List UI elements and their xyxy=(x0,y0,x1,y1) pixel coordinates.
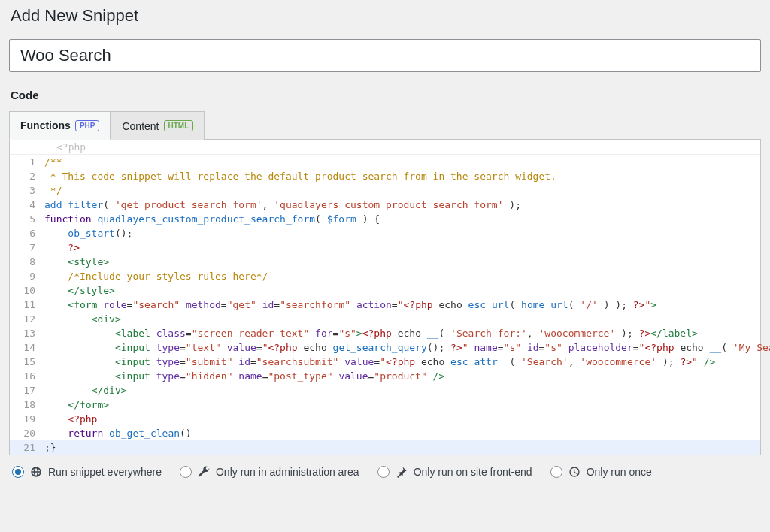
scope-option[interactable]: Only run once xyxy=(550,466,652,478)
tab-badge: HTML xyxy=(164,120,194,131)
line-number: 21 xyxy=(10,440,41,455)
line-number: 20 xyxy=(10,426,41,440)
code-cell[interactable]: </form> xyxy=(41,397,109,412)
code-cell[interactable]: </style> xyxy=(41,283,115,298)
code-cell[interactable]: <input type="hidden" name="post_type" va… xyxy=(41,369,444,383)
tab-badge: PHP xyxy=(75,120,100,131)
code-line[interactable]: 17 </div> xyxy=(10,383,760,397)
code-line[interactable]: 20 return ob_get_clean() xyxy=(10,426,760,440)
pin-icon xyxy=(396,466,408,478)
code-line[interactable]: 5function quadlayers_custom_product_sear… xyxy=(10,212,760,226)
code-cell[interactable]: ob_start(); xyxy=(41,226,132,240)
line-number: 18 xyxy=(10,397,41,412)
scope-options: Run snippet everywhereOnly run in admini… xyxy=(9,455,761,485)
tab-label: Functions xyxy=(20,119,71,131)
scope-label: Run snippet everywhere xyxy=(48,466,162,478)
code-line[interactable]: 14 <input type="text" value="<?php echo … xyxy=(10,340,760,355)
scope-label: Only run once xyxy=(587,466,652,478)
code-line[interactable]: 16 <input type="hidden" name="post_type"… xyxy=(10,369,760,383)
code-line[interactable]: 10 </style> xyxy=(10,283,760,298)
editor-preamble: <?php xyxy=(10,140,760,155)
tab-functions[interactable]: FunctionsPHP xyxy=(9,111,111,140)
code-cell[interactable]: <?php xyxy=(41,412,97,426)
line-number: 14 xyxy=(10,340,41,355)
line-number: 10 xyxy=(10,283,41,298)
tab-label: Content xyxy=(122,120,159,132)
line-number: 9 xyxy=(10,269,41,283)
code-cell[interactable]: <style> xyxy=(41,255,109,269)
code-cell[interactable]: ;} xyxy=(41,440,56,455)
scope-label: Only run in administration area xyxy=(216,466,359,478)
code-line[interactable]: 13 <label class="screen-reader-text" for… xyxy=(10,326,760,340)
code-line[interactable]: 7 ?> xyxy=(10,240,760,255)
code-line[interactable]: 2 * This code snippet will replace the d… xyxy=(10,169,760,183)
line-number: 16 xyxy=(10,369,41,383)
code-line[interactable]: 19 <?php xyxy=(10,412,760,426)
clock-icon xyxy=(568,466,581,478)
code-line[interactable]: 12 <div> xyxy=(10,312,760,326)
code-cell[interactable]: <form role="search" method="get" id="sea… xyxy=(41,298,656,312)
code-line[interactable]: 1/** xyxy=(10,155,760,169)
line-number: 8 xyxy=(10,255,41,269)
code-cell[interactable]: return ob_get_clean() xyxy=(41,426,192,440)
code-section-label: Code xyxy=(11,89,761,101)
radio-button[interactable] xyxy=(180,466,192,478)
code-cell[interactable]: /*Include your styles rules here*/ xyxy=(41,269,268,283)
code-cell[interactable]: <input type="submit" id="searchsubmit" v… xyxy=(41,355,715,369)
code-cell[interactable]: */ xyxy=(41,183,62,198)
line-number: 17 xyxy=(10,383,41,397)
scope-option[interactable]: Only run in administration area xyxy=(180,466,359,478)
radio-button[interactable] xyxy=(550,466,562,478)
wrench-icon xyxy=(198,466,210,478)
line-number: 3 xyxy=(10,183,41,198)
line-number: 5 xyxy=(10,212,41,226)
radio-button[interactable] xyxy=(377,466,390,478)
code-line[interactable]: 3 */ xyxy=(10,183,760,198)
code-cell[interactable]: <label class="screen-reader-text" for="s… xyxy=(41,326,698,340)
page-title: Add New Snippet xyxy=(11,6,761,26)
line-number: 19 xyxy=(10,412,41,426)
code-line[interactable]: 11 <form role="search" method="get" id="… xyxy=(10,298,760,312)
code-editor[interactable]: <?php 1/**2 * This code snippet will rep… xyxy=(9,140,761,455)
line-number: 15 xyxy=(10,355,41,369)
tab-content[interactable]: ContentHTML xyxy=(111,111,205,140)
scope-option[interactable]: Only run on site front-end xyxy=(377,466,532,478)
code-line[interactable]: 6 ob_start(); xyxy=(10,226,760,240)
snippet-title-input[interactable] xyxy=(9,39,761,72)
line-number: 13 xyxy=(10,326,41,340)
code-cell[interactable]: add_filter( 'get_product_search_form', '… xyxy=(41,198,521,212)
line-number: 6 xyxy=(10,226,41,240)
code-line[interactable]: 4add_filter( 'get_product_search_form', … xyxy=(10,198,760,212)
code-cell[interactable]: <div> xyxy=(41,312,121,326)
code-line[interactable]: 8 <style> xyxy=(10,255,760,269)
code-cell[interactable]: function quadlayers_custom_product_searc… xyxy=(41,212,380,226)
code-line[interactable]: 9 /*Include your styles rules here*/ xyxy=(10,269,760,283)
code-line[interactable]: 18 </form> xyxy=(10,397,760,412)
line-number: 11 xyxy=(10,298,41,312)
code-line[interactable]: 21;} xyxy=(10,440,760,455)
code-cell[interactable]: ?> xyxy=(41,240,80,255)
globe-icon xyxy=(30,466,42,478)
code-cell[interactable]: <input type="text" value="<?php echo get… xyxy=(41,340,770,355)
radio-button[interactable] xyxy=(12,466,24,478)
code-cell[interactable]: /** xyxy=(41,155,62,169)
line-number: 4 xyxy=(10,198,41,212)
scope-option[interactable]: Run snippet everywhere xyxy=(12,466,162,478)
code-cell[interactable]: * This code snippet will replace the def… xyxy=(41,169,556,183)
line-number: 2 xyxy=(10,169,41,183)
editor-tabs: FunctionsPHPContentHTML xyxy=(9,110,761,140)
scope-label: Only run on site front-end xyxy=(414,466,532,478)
code-cell[interactable]: </div> xyxy=(41,383,127,397)
code-line[interactable]: 15 <input type="submit" id="searchsubmit… xyxy=(10,355,760,369)
line-number: 1 xyxy=(10,155,41,169)
line-number: 7 xyxy=(10,240,41,255)
line-number: 12 xyxy=(10,312,41,326)
